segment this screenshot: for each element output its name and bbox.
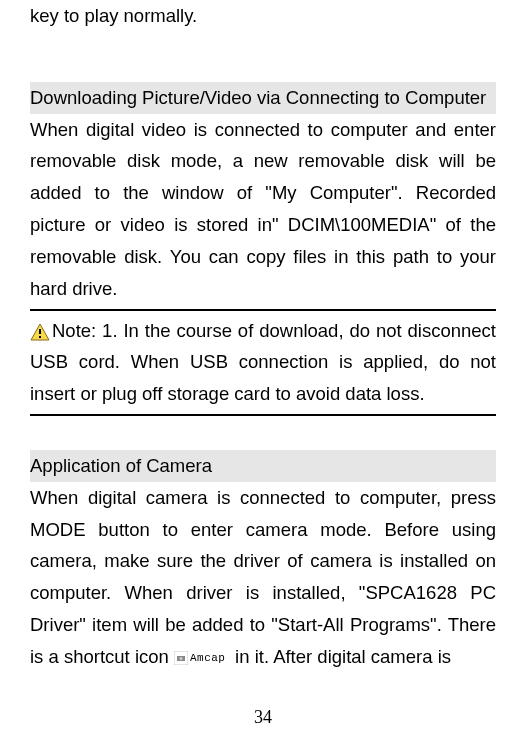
svg-point-5: [179, 657, 182, 660]
section2-heading: Application of Camera: [30, 450, 496, 482]
divider-bottom: [30, 414, 496, 416]
amcap-glyph-icon: [174, 651, 188, 665]
section1-note: Note: 1. In the course of download, do n…: [30, 315, 496, 410]
spacer: [30, 32, 496, 80]
note-text: Note: 1. In the course of download, do n…: [30, 320, 496, 405]
amcap-label: Amcap: [190, 652, 226, 664]
svg-rect-1: [39, 329, 41, 334]
section2-text-part1: When digital camera is connected to comp…: [30, 487, 496, 667]
page-number: 34: [0, 702, 526, 733]
amcap-shortcut-icon: Amcap: [174, 649, 230, 667]
intro-fragment: key to play normally.: [30, 0, 496, 32]
section2-text-part2: in it. After digital camera is: [230, 646, 451, 667]
section1-paragraph: When digital video is connected to compu…: [30, 114, 496, 305]
divider-top: [30, 309, 496, 311]
section2-paragraph: When digital camera is connected to comp…: [30, 482, 496, 673]
warning-icon: [30, 323, 50, 341]
svg-rect-2: [39, 336, 41, 338]
section1-heading: Downloading Picture/Video via Connecting…: [30, 82, 496, 114]
spacer: [30, 420, 496, 448]
